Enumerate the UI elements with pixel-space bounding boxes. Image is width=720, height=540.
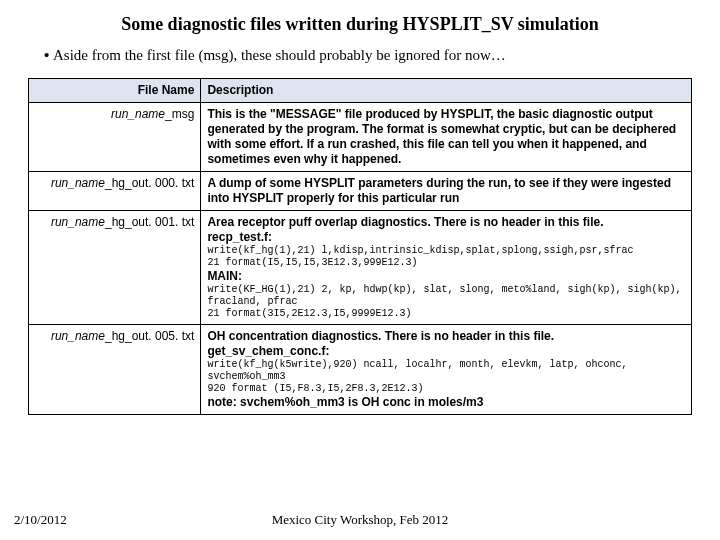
table-row: run_name_hg_out. 001. txt Area receptor … [29,211,692,325]
table-header-row: File Name Description [29,79,692,103]
table-row: run_name_msg This is the "MESSAGE" file … [29,103,692,172]
intro-bullet: Aside from the first file (msg), these s… [44,47,692,64]
table-row: run_name_hg_out. 005. txt OH concentrati… [29,325,692,415]
diagnostic-table: File Name Description run_name_msg This … [28,78,692,415]
footer-date: 2/10/2012 [14,512,67,528]
footer-center: Mexico City Workshop, Feb 2012 [0,512,720,528]
description-cell: OH concentration diagnostics. There is n… [201,325,692,415]
footer: 2/10/2012 Mexico City Workshop, Feb 2012 [0,512,720,528]
col-header-desc: Description [201,79,692,103]
file-name-cell: run_name_hg_out. 000. txt [29,172,201,211]
description-cell: This is the "MESSAGE" file produced by H… [201,103,692,172]
file-name-cell: run_name_msg [29,103,201,172]
file-name-cell: run_name_hg_out. 001. txt [29,211,201,325]
page-title: Some diagnostic files written during HYS… [28,14,692,35]
file-name-cell: run_name_hg_out. 005. txt [29,325,201,415]
description-cell: Area receptor puff overlap diagnostics. … [201,211,692,325]
description-cell: A dump of some HYSPLIT parameters during… [201,172,692,211]
col-header-file: File Name [29,79,201,103]
table-row: run_name_hg_out. 000. txt A dump of some… [29,172,692,211]
